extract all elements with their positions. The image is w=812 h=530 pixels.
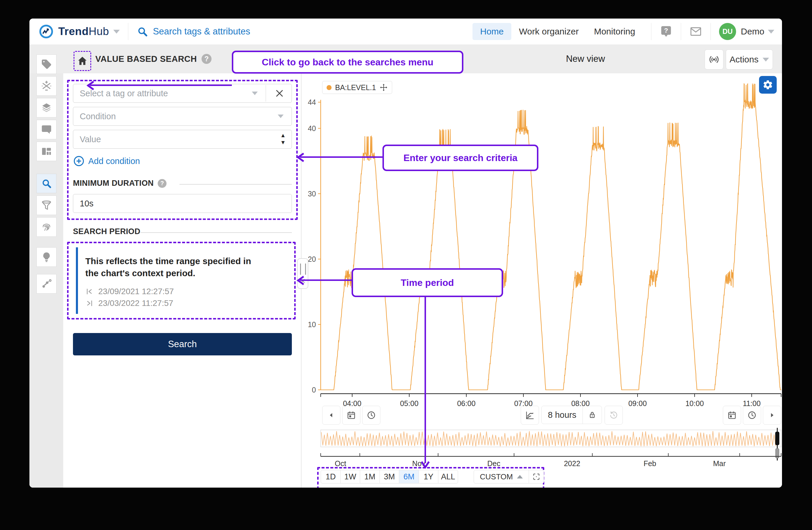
brand-name: TrendHub bbox=[58, 25, 109, 38]
sidebar-item-tag[interactable] bbox=[37, 55, 57, 74]
zoom-preset-1y[interactable]: 1Y bbox=[419, 470, 439, 484]
sidebar-item-comments[interactable] bbox=[37, 120, 57, 139]
tag-clear-icon[interactable] bbox=[274, 88, 285, 99]
search-icon bbox=[41, 178, 52, 189]
sidebar-item-dashboards[interactable] bbox=[37, 142, 57, 161]
back-callout: Click to go back to the searches menu bbox=[232, 51, 463, 74]
nav-tab-home[interactable]: Home bbox=[473, 23, 511, 40]
condition-chevron-icon[interactable] bbox=[278, 114, 284, 118]
svg-text:10:00: 10:00 bbox=[685, 399, 704, 407]
svg-text:?: ? bbox=[664, 27, 668, 34]
nav-tab-work-organizer[interactable]: Work organizer bbox=[511, 23, 586, 40]
tag-icon bbox=[41, 59, 52, 70]
section-divider bbox=[140, 232, 292, 233]
gear-icon bbox=[763, 80, 773, 90]
period-annotation-box: This reflects the time range specified i… bbox=[67, 242, 296, 320]
user-chevron-down-icon[interactable] bbox=[768, 30, 774, 33]
custom-label: CUSTOM bbox=[480, 472, 513, 482]
section-divider bbox=[179, 184, 292, 185]
legend-chip[interactable]: BA:LEVEL.1 bbox=[322, 81, 392, 94]
broadcast-button[interactable] bbox=[705, 50, 723, 69]
mail-icon[interactable] bbox=[689, 25, 702, 38]
zoom-preset-all[interactable]: ALL bbox=[438, 470, 458, 484]
value-spin-down-icon[interactable]: ▼ bbox=[279, 139, 287, 146]
title-help-icon[interactable]: ? bbox=[202, 54, 212, 64]
criteria-callout: Enter your search criteria bbox=[382, 144, 538, 171]
svg-text:Mar: Mar bbox=[713, 459, 726, 468]
user-name[interactable]: Demo bbox=[741, 27, 764, 37]
condition-select[interactable] bbox=[73, 107, 292, 126]
brand[interactable]: TrendHub bbox=[29, 24, 120, 40]
home-icon bbox=[77, 56, 88, 66]
actions-button[interactable]: Actions bbox=[726, 50, 773, 69]
topbar-divider bbox=[128, 23, 128, 40]
add-circle-icon bbox=[73, 155, 85, 167]
sidebar-item-fingerprints[interactable] bbox=[37, 217, 57, 237]
value-spin-up-icon[interactable]: ▲ bbox=[279, 132, 287, 139]
series-label: BA:LEVEL.1 bbox=[335, 83, 376, 92]
x-axis: 04:0005:0006:0007:0008:0009:0010:0011:00 bbox=[321, 394, 781, 407]
svg-text:06:00: 06:00 bbox=[457, 399, 476, 407]
zoom-preset-1m[interactable]: 1M bbox=[360, 470, 380, 484]
context-bar[interactable] bbox=[321, 428, 781, 461]
view-title: New view bbox=[556, 44, 615, 73]
avatar[interactable]: DU bbox=[719, 23, 736, 40]
fit-view-button[interactable] bbox=[529, 470, 544, 484]
sidebar-item-calculations[interactable] bbox=[37, 76, 57, 96]
topbar-divider bbox=[710, 23, 711, 40]
criteria-annotation-line bbox=[300, 156, 382, 158]
search-button[interactable]: Search bbox=[73, 333, 292, 355]
duration-help-icon[interactable]: ? bbox=[158, 179, 166, 188]
sidebar-item-search[interactable] bbox=[37, 174, 57, 193]
chart-settings-button[interactable] bbox=[759, 76, 777, 94]
fingerprints-icon bbox=[41, 221, 52, 233]
y-axis: 01020304044 bbox=[308, 98, 321, 394]
period-down-arrowhead bbox=[420, 459, 431, 470]
page-title: VALUE BASED SEARCH bbox=[95, 44, 197, 73]
zoom-preset-1d[interactable]: 1D bbox=[321, 470, 341, 484]
custom-zoom-button[interactable]: CUSTOM bbox=[474, 470, 529, 484]
minimum-duration-input[interactable] bbox=[73, 194, 292, 213]
zoom-preset-3m[interactable]: 3M bbox=[379, 470, 400, 484]
zoom-preset-1w[interactable]: 1W bbox=[340, 470, 360, 484]
zoom-preset-6m[interactable]: 6M bbox=[399, 470, 419, 484]
tag-select[interactable] bbox=[73, 84, 292, 103]
period-end-icon bbox=[85, 299, 93, 307]
period-start-icon bbox=[85, 288, 93, 296]
period-end-value: 23/03/2022 11:27:57 bbox=[98, 298, 173, 308]
period-end-row: 23/03/2022 11:27:57 bbox=[85, 298, 173, 308]
actions-label: Actions bbox=[730, 55, 758, 65]
custom-zoom-group: CUSTOM bbox=[474, 470, 544, 484]
splitter-grip-icon bbox=[300, 264, 306, 275]
tag-select-chevron-icon[interactable] bbox=[252, 92, 258, 95]
global-search[interactable]: Search tags & attributes bbox=[136, 26, 250, 38]
tag-select-input[interactable] bbox=[73, 84, 292, 103]
svg-text:44: 44 bbox=[308, 98, 316, 106]
comments-icon bbox=[41, 124, 52, 135]
value-field[interactable]: ▲ ▼ bbox=[73, 130, 292, 149]
searches-home-button[interactable] bbox=[74, 51, 91, 71]
trendhub-logo-icon bbox=[38, 24, 54, 40]
add-condition-button[interactable]: Add condition bbox=[73, 155, 140, 167]
period-card-accent bbox=[76, 247, 78, 314]
value-input[interactable] bbox=[73, 130, 292, 149]
brand-name-bold: Trend bbox=[58, 25, 89, 38]
period-callout: Time period bbox=[351, 268, 503, 297]
move-icon[interactable] bbox=[379, 83, 388, 92]
broadcast-icon bbox=[708, 54, 720, 65]
sidebar-item-recommendations[interactable] bbox=[37, 247, 57, 267]
value-search-panel: ▲ ▼ Add condition MINIMUM DURATION ? SEA… bbox=[63, 73, 302, 488]
brand-chevron-down-icon[interactable] bbox=[113, 30, 120, 33]
sidebar-item-filters[interactable] bbox=[37, 196, 57, 215]
context-slider-handle[interactable] bbox=[775, 428, 779, 461]
nav-tab-monitoring[interactable]: Monitoring bbox=[586, 23, 643, 40]
minimum-duration-field[interactable] bbox=[73, 194, 292, 213]
tag-select-divider bbox=[266, 85, 266, 101]
actions-chevron-down-icon bbox=[763, 58, 769, 61]
sidebar-item-layers[interactable] bbox=[37, 98, 57, 117]
sidebar-item-monitors[interactable] bbox=[37, 274, 57, 294]
svg-text:0: 0 bbox=[312, 386, 316, 394]
condition-select-input[interactable] bbox=[73, 107, 292, 126]
help-icon[interactable]: ? bbox=[659, 25, 672, 38]
svg-text:30: 30 bbox=[308, 190, 316, 198]
